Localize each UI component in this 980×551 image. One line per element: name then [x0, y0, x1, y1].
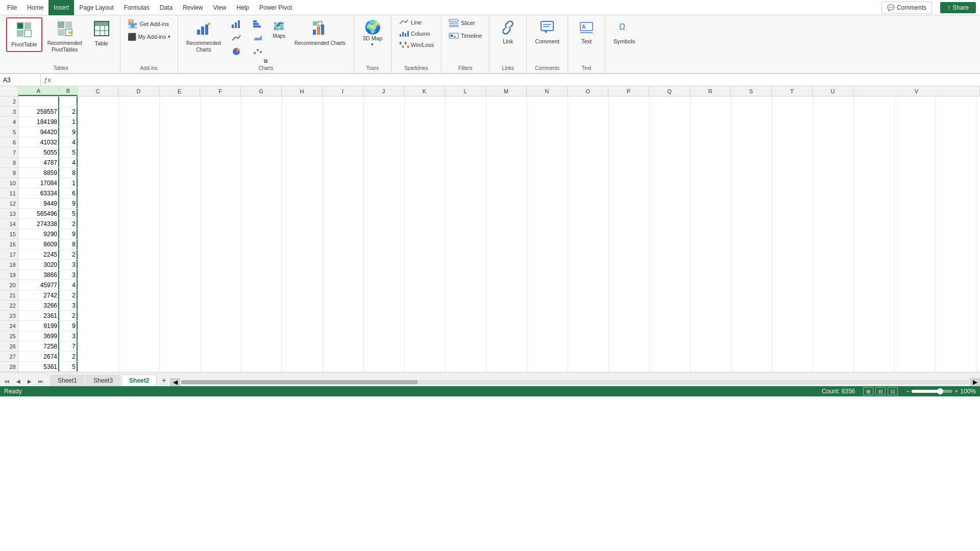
row-header-14[interactable]: 14 — [0, 219, 18, 229]
cell-a13[interactable]: 565496 — [18, 209, 59, 219]
cell-a23[interactable]: 2361 — [18, 311, 59, 321]
menu-review[interactable]: Review — [178, 0, 208, 15]
maps-button[interactable]: 🗺️ Maps — [269, 17, 289, 41]
scroll-track[interactable] — [181, 380, 969, 384]
col-header-s[interactable]: S — [731, 86, 772, 96]
menu-file[interactable]: File — [2, 0, 22, 15]
row-header-22[interactable]: 22 — [0, 300, 18, 311]
winloss-sparkline-button[interactable]: Win/Loss — [396, 40, 437, 50]
cell-a22[interactable]: 3266 — [18, 300, 59, 311]
cell-a24[interactable]: 9199 — [18, 321, 59, 331]
row-header-20[interactable]: 20 — [0, 280, 18, 290]
page-layout-view-button[interactable]: ⊟ — [875, 387, 886, 395]
link-button[interactable]: Link — [494, 17, 522, 48]
col-header-k[interactable]: K — [404, 86, 445, 96]
cell-b19[interactable]: 3 — [59, 270, 78, 280]
cell-b5[interactable]: 9 — [59, 127, 78, 137]
share-button[interactable]: ↑ Share — [940, 2, 976, 13]
row-header-28[interactable]: 28 — [0, 362, 18, 372]
menu-page-layout[interactable]: Page Layout — [74, 0, 118, 15]
slicer-button[interactable]: Slicer — [446, 17, 478, 29]
sheet-nav-first[interactable]: ⏮ — [2, 376, 12, 386]
col-header-p[interactable]: P — [608, 86, 649, 96]
cell-a15[interactable]: 9290 — [18, 229, 59, 239]
recommended-pivot-tables-button[interactable]: ★ Recommended PivotTables — [43, 17, 86, 56]
menu-data[interactable]: Data — [155, 0, 178, 15]
area-chart-button[interactable] — [248, 31, 268, 44]
horizontal-scrollbar[interactable]: ◀ ▶ — [170, 378, 980, 386]
row-header-25[interactable]: 25 — [0, 331, 18, 341]
line-sparkline-button[interactable]: Line — [396, 17, 425, 28]
row-header-15[interactable]: 15 — [0, 229, 18, 239]
cell-a21[interactable]: 2742 — [18, 290, 59, 300]
cell-a10[interactable]: 17084 — [18, 178, 59, 188]
cell-a7[interactable]: 5055 — [18, 147, 59, 158]
pie-chart-button[interactable] — [226, 45, 247, 58]
cell-b20[interactable]: 4 — [59, 280, 78, 290]
sheet-tab-sheet2[interactable]: Sheet2 — [121, 374, 157, 386]
menu-view[interactable]: View — [208, 0, 232, 15]
row-header-24[interactable]: 24 — [0, 321, 18, 331]
cell-a4[interactable]: 184198 — [18, 117, 59, 127]
cell-b17[interactable]: 2 — [59, 249, 78, 260]
zoom-out-button[interactable]: − — [906, 388, 910, 395]
cell-b24[interactable]: 9 — [59, 321, 78, 331]
row-header-13[interactable]: 13 — [0, 209, 18, 219]
name-box[interactable]: A3 — [0, 74, 41, 86]
cell-a9[interactable]: 8859 — [18, 168, 59, 178]
cell-a20[interactable]: 45977 — [18, 280, 59, 290]
line-chart-button[interactable] — [226, 31, 247, 44]
menu-power-pivot[interactable]: Power Pivot — [254, 0, 297, 15]
cell-a6[interactable]: 41032 — [18, 137, 59, 147]
cell-b15[interactable]: 9 — [59, 229, 78, 239]
row-header-23[interactable]: 23 — [0, 311, 18, 321]
cell-a26[interactable]: 7258 — [18, 341, 59, 352]
row-header-18[interactable]: 18 — [0, 260, 18, 270]
table-button[interactable]: Table — [87, 17, 116, 50]
col-header-n[interactable]: N — [527, 86, 568, 96]
cell-a28[interactable]: 5361 — [18, 362, 59, 372]
sheet-nav-prev[interactable]: ◀ — [13, 376, 23, 386]
sheet-nav-last[interactable]: ⏭ — [36, 376, 46, 386]
sheet-tab-sheet3[interactable]: Sheet3 — [86, 374, 120, 386]
cell-a25[interactable]: 3699 — [18, 331, 59, 341]
cell-b25[interactable]: 3 — [59, 331, 78, 341]
cell-a19[interactable]: 3866 — [18, 270, 59, 280]
pivot-chart-button[interactable]: Recommended Charts — [290, 17, 350, 49]
row-header-5[interactable]: 5 — [0, 127, 18, 137]
col-header-q[interactable]: Q — [649, 86, 690, 96]
col-header-g[interactable]: G — [241, 86, 282, 96]
menu-home[interactable]: Home — [22, 0, 48, 15]
text-button[interactable]: A Text — [572, 17, 601, 48]
col-header-b[interactable]: B — [59, 86, 78, 96]
column-chart-button[interactable] — [226, 17, 247, 31]
comment-button[interactable]: Comment — [531, 17, 564, 48]
zoom-slider[interactable] — [912, 390, 952, 393]
col-header-l[interactable]: L — [445, 86, 486, 96]
charts-expand-icon[interactable]: ⧉ — [264, 58, 267, 64]
cell-a2[interactable] — [18, 96, 59, 107]
col-header-i[interactable]: I — [323, 86, 363, 96]
cell-b2[interactable] — [59, 96, 78, 107]
get-addins-button[interactable]: 🏪 Get Add-ins — [125, 17, 172, 30]
cell-b11[interactable]: 6 — [59, 188, 78, 198]
menu-help[interactable]: Help — [231, 0, 254, 15]
add-sheet-button[interactable]: + — [158, 375, 170, 386]
col-header-m[interactable]: M — [486, 86, 527, 96]
cell-b28[interactable]: 5 — [59, 362, 78, 372]
row-header-21[interactable]: 21 — [0, 290, 18, 300]
sheet-nav-next[interactable]: ▶ — [24, 376, 35, 386]
col-header-d[interactable]: D — [118, 86, 159, 96]
column-sparkline-button[interactable]: Column — [396, 29, 433, 39]
row-header-12[interactable]: 12 — [0, 198, 18, 209]
cell-a3[interactable]: 259557 — [18, 107, 59, 117]
menu-insert[interactable]: Insert — [48, 0, 74, 15]
scatter-chart-button[interactable] — [248, 45, 268, 58]
col-header-r[interactable]: R — [690, 86, 731, 96]
cell-a11[interactable]: 63334 — [18, 188, 59, 198]
timeline-button[interactable]: ▶ Timeline — [446, 31, 485, 41]
cell-b27[interactable]: 2 — [59, 352, 78, 362]
row-header-8[interactable]: 8 — [0, 158, 18, 168]
col-header-o[interactable]: O — [568, 86, 608, 96]
cell-a16[interactable]: 8609 — [18, 239, 59, 249]
